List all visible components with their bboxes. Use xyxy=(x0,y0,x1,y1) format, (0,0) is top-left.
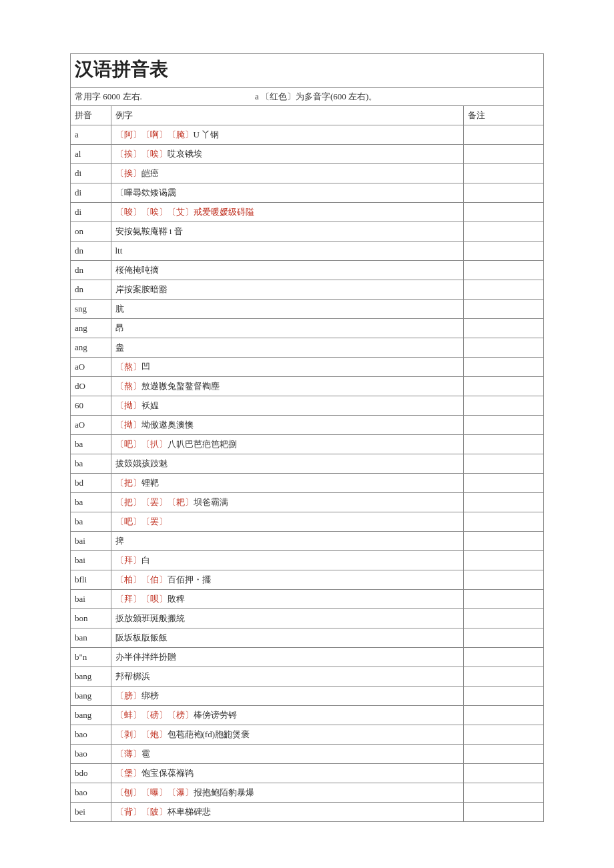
cell-note xyxy=(463,145,543,164)
table-row: a〔阿〕〔啊〕〔腌〕U 丫钢 xyxy=(71,125,543,145)
example-segment: 盎 xyxy=(115,342,124,352)
cell-pinyin: ba xyxy=(71,493,111,512)
example-segment: 岸按案胺暗豁 xyxy=(115,284,168,294)
cell-note xyxy=(463,377,543,396)
table-row: 60〔拗〕袄媪 xyxy=(71,396,543,416)
example-segment: 〔嗶尋欸矮谒靄 xyxy=(115,187,176,197)
polyphone-segment: 〔刨〕〔曝〕〔瀑〕 xyxy=(115,787,194,797)
example-segment: 袄媪 xyxy=(141,400,159,410)
cell-note xyxy=(463,164,543,183)
cell-pinyin: dn xyxy=(71,242,111,261)
example-segment: 办半伴拌绊扮贈 xyxy=(115,652,176,662)
cell-pinyin: bao xyxy=(71,783,111,803)
cell-pinyin: bon xyxy=(71,609,111,628)
example-segment: 捭 xyxy=(115,536,124,546)
table-row: di〔唆〕〔唉〕〔艾〕戒爱暖媛级碍隘 xyxy=(71,203,543,222)
table-row: dnltt xyxy=(71,242,543,261)
example-segment: 坝爸霸满 xyxy=(194,497,228,507)
example-segment: 桜俺掩吨摘 xyxy=(115,265,159,275)
table-frame: 汉语拼音表 常用字 6000 左右. a 〔红色〕为多音字(600 左右)。 拼… xyxy=(70,53,544,822)
cell-example: 昂 xyxy=(111,319,463,338)
table-row: bao〔刨〕〔曝〕〔瀑〕报抱鲍陌豹暴爆 xyxy=(71,783,543,803)
example-segment: 报抱鲍陌豹暴爆 xyxy=(194,787,254,797)
table-header-row: 拼音 例字 备注 xyxy=(71,106,543,125)
cell-example: ltt xyxy=(111,242,463,261)
cell-note xyxy=(463,396,543,416)
cell-example: 〔拜〕白 xyxy=(111,551,463,570)
cell-example: 拔笯娥孩跂魅 xyxy=(111,454,463,474)
cell-note xyxy=(463,745,543,764)
cell-example: 〔熬〕敖遨嗷兔螯鳌督鞫塵 xyxy=(111,377,463,396)
cell-pinyin: bang xyxy=(71,687,111,706)
cell-pinyin: bfli xyxy=(71,570,111,590)
cell-example: 〔唆〕〔唉〕〔艾〕戒爱暖媛级碍隘 xyxy=(111,203,463,222)
cell-example: 〔柏〕〔伯〕百佰押・擺 xyxy=(111,570,463,590)
table-row: on安按氨鞍庵鞯 i 音 xyxy=(71,222,543,242)
cell-example: 〔剥〕〔炮〕包苞葩袍(fd)胞齙煲褒 xyxy=(111,725,463,745)
cell-note xyxy=(463,532,543,551)
cell-example: 〔吧〕〔扒〕八叭巴芭疤笆耙捌 xyxy=(111,435,463,454)
example-segment: 哎哀锇埃 xyxy=(168,149,202,159)
example-segment: 敖遨嗷兔螯鳌督鞫塵 xyxy=(141,381,220,391)
polyphone-segment: 〔阿〕〔啊〕〔腌〕 xyxy=(115,129,194,139)
cell-pinyin: bao xyxy=(71,725,111,745)
example-segment: 八叭巴芭疤笆耙捌 xyxy=(168,439,237,449)
table-row: bfli〔柏〕〔伯〕百佰押・擺 xyxy=(71,570,543,590)
example-segment: U 丫钢 xyxy=(194,129,220,139)
table-row: bdo〔堡〕饱宝保葆褓鸨 xyxy=(71,764,543,783)
cell-example: 〔刨〕〔曝〕〔瀑〕报抱鲍陌豹暴爆 xyxy=(111,783,463,803)
cell-note xyxy=(463,416,543,435)
table-row: al〔挨〕〔唉〕哎哀锇埃 xyxy=(71,145,543,164)
polyphone-segment: 〔熬〕 xyxy=(115,381,141,391)
polyphone-segment: 〔挨〕〔唉〕 xyxy=(115,149,168,159)
example-segment: 敗稗 xyxy=(168,594,185,604)
cell-pinyin: ang xyxy=(71,338,111,358)
cell-example: 安按氨鞍庵鞯 i 音 xyxy=(111,222,463,242)
polyphone-segment: 〔堡〕 xyxy=(115,768,141,778)
table-row: bai捭 xyxy=(71,532,543,551)
header-pinyin: 拼音 xyxy=(71,106,111,125)
cell-note xyxy=(463,687,543,706)
cell-note xyxy=(463,764,543,783)
table-row: bang〔蚌〕〔磅〕〔榜〕棒傍谤劳锊 xyxy=(71,706,543,725)
cell-pinyin: ba xyxy=(71,454,111,474)
page: 汉语拼音表 常用字 6000 左右. a 〔红色〕为多音字(600 左右)。 拼… xyxy=(0,0,614,868)
cell-example: 邦帮梆浜 xyxy=(111,667,463,687)
cell-note xyxy=(463,280,543,300)
cell-example: 〔嗶尋欸矮谒靄 xyxy=(111,183,463,203)
table-row: ba〔把〕〔罢〕〔耙〕坝爸霸满 xyxy=(71,493,543,512)
cell-pinyin: al xyxy=(71,145,111,164)
table-row: b"n办半伴拌绊扮贈 xyxy=(71,648,543,667)
cell-note xyxy=(463,300,543,319)
cell-pinyin: bao xyxy=(71,745,111,764)
cell-note xyxy=(463,570,543,590)
cell-note xyxy=(463,551,543,570)
cell-example: 桜俺掩吨摘 xyxy=(111,261,463,280)
cell-note xyxy=(463,609,543,628)
cell-note xyxy=(463,783,543,803)
example-segment: 百佰押・擺 xyxy=(168,574,211,584)
example-segment: 拔笯娥孩跂魅 xyxy=(115,458,168,468)
example-segment: 雹 xyxy=(141,749,150,759)
cell-note xyxy=(463,183,543,203)
example-segment: 肮 xyxy=(115,304,124,314)
cell-example: 〔熬〕凹 xyxy=(111,358,463,377)
table-row: bao〔薄〕雹 xyxy=(71,745,543,764)
cell-note xyxy=(463,512,543,532)
cell-note xyxy=(463,706,543,725)
table-row: bang〔膀〕绑榜 xyxy=(71,687,543,706)
example-segment: 昂 xyxy=(115,323,124,333)
cell-example: 〔堡〕饱宝保葆褓鸨 xyxy=(111,764,463,783)
cell-note xyxy=(463,125,543,145)
table-row: ang盎 xyxy=(71,338,543,358)
cell-pinyin: bai xyxy=(71,532,111,551)
table-row: aO〔熬〕凹 xyxy=(71,358,543,377)
cell-pinyin: a xyxy=(71,125,111,145)
cell-note xyxy=(463,261,543,280)
cell-pinyin: bai xyxy=(71,551,111,570)
cell-example: 〔拗〕坳傲遨奥澳懊 xyxy=(111,416,463,435)
cell-pinyin: ban xyxy=(71,628,111,648)
table-row: sng肮 xyxy=(71,300,543,319)
cell-pinyin: bd xyxy=(71,474,111,493)
cell-example: 〔拜〕〔呗〕敗稗 xyxy=(111,590,463,609)
